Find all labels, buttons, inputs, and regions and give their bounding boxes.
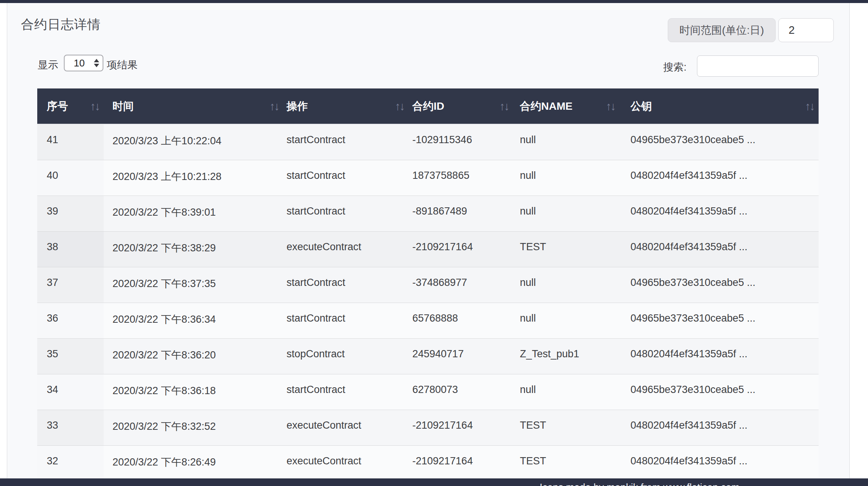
sort-icon[interactable]: ↑↓ (395, 100, 404, 113)
cell-time: 2020/3/22 下午8:39:01 (104, 196, 283, 231)
cell-contract-id: -2109217164 (409, 231, 513, 267)
cell-seq: 39 (37, 196, 104, 231)
cell-public-key: 0480204f4ef341359a5f ... (619, 231, 819, 267)
column-header-contract-id[interactable]: 合约ID ↑↓ (409, 88, 513, 124)
cell-public-key: 0480204f4ef341359a5f ... (619, 445, 819, 481)
cell-seq: 40 (37, 160, 104, 196)
cell-seq: 41 (37, 124, 104, 160)
column-header-contract-name[interactable]: 合约NAME ↑↓ (513, 88, 619, 124)
cell-public-key: 0480204f4ef341359a5f ... (619, 160, 819, 196)
table-body: 412020/3/23 上午10:22:04startContract-1029… (37, 124, 819, 481)
cell-public-key: 04965be373e310ceabe5 ... (619, 374, 819, 410)
cell-contract-id: 1873758865 (409, 160, 513, 196)
cell-time: 2020/3/23 上午10:22:04 (104, 124, 283, 160)
cell-contract-id: -2109217164 (409, 445, 513, 481)
cell-public-key: 04965be373e310ceabe5 ... (619, 124, 819, 160)
flaticon-attribution: Icons made by monkik from www.flaticon.c… (540, 481, 740, 486)
contract-log-table: 序号 ↑↓ 时间 ↑↓ 操作 ↑↓ 合约ID ↑↓ 合约NAME ↑↓ 公钥 ↑… (37, 88, 819, 481)
page-title: 合约日志详情 (21, 16, 101, 33)
table-row: 332020/3/22 下午8:32:52executeContract-210… (37, 410, 819, 445)
cell-operation: startContract (283, 374, 409, 410)
cell-operation: startContract (283, 303, 409, 338)
cell-operation: startContract (283, 196, 409, 231)
cell-seq: 37 (37, 267, 104, 303)
cell-time: 2020/3/23 上午10:21:28 (104, 160, 283, 196)
cell-time: 2020/3/22 下午8:26:49 (104, 445, 283, 481)
table-row: 352020/3/22 下午8:36:20stopContract2459407… (37, 338, 819, 374)
cell-contract-id: -2109217164 (409, 410, 513, 445)
column-header-time[interactable]: 时间 ↑↓ (104, 88, 283, 124)
sort-icon[interactable]: ↑↓ (499, 100, 508, 113)
time-range-input[interactable] (778, 18, 834, 42)
cell-seq: 38 (37, 231, 104, 267)
table-row: 322020/3/22 下午8:26:49executeContract-210… (37, 445, 819, 481)
cell-seq: 35 (37, 338, 104, 374)
time-range-button[interactable]: 时间范围(单位:日) (668, 18, 776, 42)
cell-contract-name: null (513, 160, 619, 196)
cell-public-key: 04965be373e310ceabe5 ... (619, 267, 819, 303)
cell-seq: 32 (37, 445, 104, 481)
table-row: 372020/3/22 下午8:37:35startContract-37486… (37, 267, 819, 303)
table-row: 382020/3/22 下午8:38:29executeContract-210… (37, 231, 819, 267)
cell-time: 2020/3/22 下午8:36:34 (104, 303, 283, 338)
cell-contract-name: null (513, 124, 619, 160)
cell-seq: 33 (37, 410, 104, 445)
column-header-operation[interactable]: 操作 ↑↓ (283, 88, 409, 124)
cell-time: 2020/3/22 下午8:36:18 (104, 374, 283, 410)
cell-time: 2020/3/22 下午8:32:52 (104, 410, 283, 445)
cell-seq: 34 (37, 374, 104, 410)
cell-contract-id: -374868977 (409, 267, 513, 303)
sort-icon[interactable]: ↑↓ (606, 100, 615, 113)
sort-icon[interactable]: ↑↓ (90, 100, 99, 113)
sort-icon[interactable]: ↑↓ (805, 100, 814, 113)
cell-contract-id: 65768888 (409, 303, 513, 338)
column-header-public-key[interactable]: 公钥 ↑↓ (619, 88, 819, 124)
cell-contract-id: 62780073 (409, 374, 513, 410)
cell-public-key: 0480204f4ef341359a5f ... (619, 410, 819, 445)
footer-bar: Icons made by monkik from www.flaticon.c… (0, 478, 868, 486)
cell-contract-id: -891867489 (409, 196, 513, 231)
select-stepper-icon (94, 59, 99, 67)
cell-seq: 36 (37, 303, 104, 338)
cell-contract-name: TEST (513, 445, 619, 481)
cell-operation: executeContract (283, 231, 409, 267)
table-row: 402020/3/23 上午10:21:28startContract18737… (37, 160, 819, 196)
cell-operation: stopContract (283, 338, 409, 374)
cell-contract-id: -1029115346 (409, 124, 513, 160)
column-header-seq[interactable]: 序号 ↑↓ (37, 88, 104, 124)
table-header: 序号 ↑↓ 时间 ↑↓ 操作 ↑↓ 合约ID ↑↓ 合约NAME ↑↓ 公钥 ↑… (37, 88, 819, 124)
cell-public-key: 0480204f4ef341359a5f ... (619, 338, 819, 374)
cell-operation: executeContract (283, 445, 409, 481)
cell-contract-id: 245940717 (409, 338, 513, 374)
cell-contract-name: null (513, 267, 619, 303)
cell-public-key: 0480204f4ef341359a5f ... (619, 196, 819, 231)
table-row: 412020/3/23 上午10:22:04startContract-1029… (37, 124, 819, 160)
page-length-suffix-label: 项结果 (107, 58, 138, 72)
cell-contract-name: TEST (513, 231, 619, 267)
search-input[interactable] (697, 55, 819, 77)
search-label: 搜索: (663, 60, 687, 74)
cell-time: 2020/3/22 下午8:36:20 (104, 338, 283, 374)
cell-contract-name: TEST (513, 410, 619, 445)
cell-contract-name: Z_Test_pub1 (513, 338, 619, 374)
cell-public-key: 04965be373e310ceabe5 ... (619, 303, 819, 338)
table-row: 392020/3/22 下午8:39:01startContract-89186… (37, 196, 819, 231)
cell-operation: startContract (283, 160, 409, 196)
cell-contract-name: null (513, 196, 619, 231)
page-length-value: 10 (65, 57, 94, 69)
cell-operation: startContract (283, 267, 409, 303)
cell-operation: startContract (283, 124, 409, 160)
table-row: 342020/3/22 下午8:36:18startContract627800… (37, 374, 819, 410)
sort-icon[interactable]: ↑↓ (269, 100, 279, 113)
cell-time: 2020/3/22 下午8:37:35 (104, 267, 283, 303)
page-length-prefix-label: 显示 (38, 58, 58, 72)
cell-time: 2020/3/22 下午8:38:29 (104, 231, 283, 267)
page-length-select[interactable]: 10 (64, 55, 103, 71)
cell-contract-name: null (513, 374, 619, 410)
table-row: 362020/3/22 下午8:36:34startContract657688… (37, 303, 819, 338)
cell-operation: executeContract (283, 410, 409, 445)
top-chrome-bar (0, 0, 868, 3)
cell-contract-name: null (513, 303, 619, 338)
